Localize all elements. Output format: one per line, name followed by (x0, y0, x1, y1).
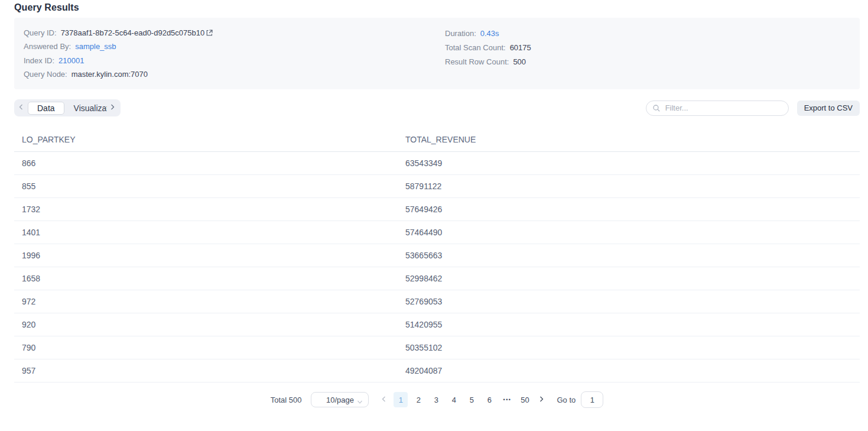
cell-total-revenue: 63543349 (398, 152, 860, 175)
table-row: 1732 57649426 (14, 198, 860, 221)
page-number-1[interactable]: 1 (394, 392, 408, 407)
column-header-lo-partkey: LO_PARTKEY (14, 130, 398, 152)
filter-field (646, 101, 789, 116)
toolbar-row: Data Visualization Export to CSV (14, 99, 860, 116)
cell-lo-partkey: 866 (14, 152, 398, 175)
cell-lo-partkey: 1996 (14, 244, 398, 267)
answered-by-row: Answered By: sample_ssb (24, 40, 445, 53)
chevron-left-icon (18, 103, 25, 112)
filter-input[interactable] (646, 101, 789, 116)
result-row-count-label: Result Row Count: (445, 57, 509, 66)
page-size-select[interactable]: 10/page (311, 392, 369, 407)
tab-visualization[interactable]: Visualization (66, 102, 107, 114)
query-node-row: Query Node: master.kylin.com:7070 (24, 67, 445, 81)
cell-total-revenue: 50355102 (398, 336, 860, 359)
external-link-icon[interactable] (206, 29, 213, 37)
cell-total-revenue: 57649426 (398, 198, 860, 221)
cell-lo-partkey: 1401 (14, 221, 398, 244)
tab-scroll-left-button[interactable] (16, 99, 27, 116)
query-id-row: Query ID: 7378aaf1-8b72-5c64-ead0-d92d5c… (24, 26, 445, 40)
table-row: 1658 52998462 (14, 267, 860, 290)
tab-strip: Data Visualization (14, 99, 121, 116)
page-size-value: 10/page (326, 396, 354, 404)
cell-total-revenue: 52998462 (398, 267, 860, 290)
export-to-csv-button[interactable]: Export to CSV (797, 101, 860, 116)
results-table: LO_PARTKEY TOTAL_REVENUE 866 63543349 85… (14, 130, 860, 383)
duration-link[interactable]: 0.43s (480, 29, 499, 38)
toolbar-right: Export to CSV (646, 101, 860, 116)
page-number-50[interactable]: 50 (518, 392, 532, 407)
query-id-value: 7378aaf1-8b72-5c64-ead0-d92d5c075b10 (61, 28, 205, 37)
pagination-total: Total 500 (271, 396, 302, 404)
chevron-left-icon (381, 396, 388, 404)
duration-row: Duration: 0.43s (445, 26, 850, 40)
query-node-value: master.kylin.com:7070 (71, 70, 148, 79)
total-scan-count-label: Total Scan Count: (445, 43, 506, 52)
pagination-more-pages[interactable]: ••• (500, 392, 514, 407)
cell-lo-partkey: 1658 (14, 267, 398, 290)
cell-lo-partkey: 790 (14, 336, 398, 359)
page-title: Query Results (14, 2, 860, 13)
search-icon (652, 104, 661, 115)
results-table-header: LO_PARTKEY TOTAL_REVENUE (14, 130, 860, 152)
cell-total-revenue: 53665663 (398, 244, 860, 267)
cell-lo-partkey: 855 (14, 175, 398, 198)
query-info-left-column: Query ID: 7378aaf1-8b72-5c64-ead0-d92d5c… (24, 26, 445, 81)
query-info-panel: Query ID: 7378aaf1-8b72-5c64-ead0-d92d5c… (14, 18, 860, 89)
page-number-2[interactable]: 2 (411, 392, 425, 407)
goto-label: Go to (557, 396, 576, 404)
table-row: 972 52769053 (14, 290, 860, 313)
query-id-label: Query ID: (24, 28, 57, 37)
pagination-bar: Total 500 10/page 1 2 3 4 5 6 ••• 50 (14, 391, 860, 408)
index-id-label: Index ID: (24, 56, 54, 65)
chevron-down-icon (357, 398, 363, 407)
index-id-link[interactable]: 210001 (58, 56, 84, 65)
table-row: 855 58791122 (14, 175, 860, 198)
table-row: 1401 57464490 (14, 221, 860, 244)
next-page-button[interactable] (535, 392, 547, 407)
cell-total-revenue: 57464490 (398, 221, 860, 244)
chevron-right-icon (109, 103, 116, 112)
pager: 1 2 3 4 5 6 ••• 50 (378, 392, 547, 407)
table-row: 920 51420955 (14, 313, 860, 336)
result-row-count-value: 500 (513, 57, 526, 66)
table-row: 957 49204087 (14, 359, 860, 383)
cell-total-revenue: 49204087 (398, 359, 860, 383)
previous-page-button[interactable] (378, 392, 390, 407)
page-number-4[interactable]: 4 (447, 392, 461, 407)
query-info-right-column: Duration: 0.43s Total Scan Count: 60175 … (445, 26, 850, 81)
cell-lo-partkey: 1732 (14, 198, 398, 221)
page-number-5[interactable]: 5 (464, 392, 479, 407)
answered-by-label: Answered By: (24, 42, 71, 51)
cell-lo-partkey: 957 (14, 359, 398, 383)
page-number-6[interactable]: 6 (482, 392, 496, 407)
table-row: 790 50355102 (14, 336, 860, 359)
index-id-row: Index ID: 210001 (24, 54, 445, 67)
page-number-3[interactable]: 3 (429, 392, 443, 407)
cell-lo-partkey: 972 (14, 290, 398, 313)
table-row: 866 63543349 (14, 152, 860, 175)
cell-total-revenue: 51420955 (398, 313, 860, 336)
cell-total-revenue: 52769053 (398, 290, 860, 313)
tab-data[interactable]: Data (28, 102, 64, 115)
tab-scroll-right-button[interactable] (107, 99, 118, 116)
total-scan-count-value: 60175 (510, 43, 531, 52)
answered-by-link[interactable]: sample_ssb (75, 42, 116, 51)
table-row: 1996 53665663 (14, 244, 860, 267)
query-results-page: Query Results Query ID: 7378aaf1-8b72-5c… (0, 0, 868, 408)
total-scan-count-row: Total Scan Count: 60175 (445, 40, 850, 54)
goto-page-input[interactable] (581, 391, 603, 408)
chevron-right-icon (538, 396, 545, 404)
result-row-count-row: Result Row Count: 500 (445, 54, 850, 69)
query-node-label: Query Node: (24, 70, 67, 79)
goto-group: Go to (557, 391, 603, 408)
cell-lo-partkey: 920 (14, 313, 398, 336)
duration-label: Duration: (445, 29, 476, 38)
cell-total-revenue: 58791122 (398, 175, 860, 198)
column-header-total-revenue: TOTAL_REVENUE (398, 130, 860, 152)
